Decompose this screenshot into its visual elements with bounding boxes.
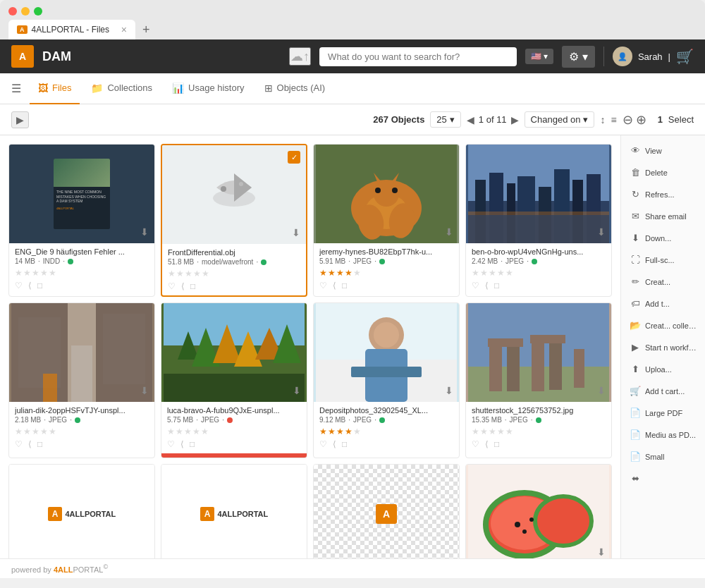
- panel-item-cart[interactable]: 🛒 Add t cart...: [624, 381, 702, 400]
- panel-item-add-tag[interactable]: 🏷 Add t...: [624, 294, 702, 313]
- download-icon[interactable]: ⬇: [445, 385, 453, 396]
- panel-item-small[interactable]: 📄 Small: [624, 447, 702, 466]
- panel-item-create-collection[interactable]: 📂 Creat... collec...: [624, 316, 702, 335]
- file-card[interactable]: ⬇ ★★★★★: [465, 464, 612, 558]
- select-icon[interactable]: □: [494, 439, 499, 449]
- select-icon[interactable]: □: [494, 281, 499, 290]
- minimize-button[interactable]: [21, 7, 30, 16]
- share-icon[interactable]: ⟨: [333, 439, 336, 449]
- download-icon[interactable]: ⬇: [597, 385, 606, 396]
- panel-item-download[interactable]: ⬇ Down...: [624, 228, 702, 247]
- favorite-icon[interactable]: ♡: [167, 439, 175, 449]
- file-card[interactable]: ⬇ shutterstock_1256753752.jpg 15.35 MB ·…: [465, 302, 612, 458]
- file-card[interactable]: ⬇ luca-bravo-A-fubu9QJxE-unspl... 5.75 M…: [161, 302, 307, 458]
- select-icon[interactable]: □: [37, 281, 42, 290]
- file-card[interactable]: A 4ALLPORTAL ★★★★★: [161, 464, 307, 558]
- card-thumbnail: ⬇: [161, 303, 307, 402]
- panel-item-medium-pdf[interactable]: 📄 Mediu as PD...: [624, 425, 702, 444]
- panel-item-large-pdf[interactable]: 📄 Large PDF: [624, 403, 702, 422]
- nav-item-collections[interactable]: 📁 Collections: [82, 73, 161, 104]
- settings-button[interactable]: ⚙ ▾: [562, 46, 594, 68]
- svg-rect-29: [103, 314, 145, 384]
- download-icon[interactable]: ⬇: [445, 226, 453, 238]
- file-card[interactable]: A ★★★★★: [313, 464, 460, 558]
- file-card[interactable]: ⬇ julian-dik-2oppHSFvTJY-unspl... 2.18 M…: [8, 302, 155, 458]
- app: A DAM ☁↑ 🇺🇸 ▾ ⚙ ▾ 👤 Sarah | 🛒 ☰ 🖼 Files …: [0, 39, 705, 578]
- nav-item-objects-ai[interactable]: ⊞ Objects (AI): [256, 73, 334, 104]
- cart-button[interactable]: 🛒: [676, 48, 694, 65]
- file-card[interactable]: ✓ ⬇ FrontDifferential.obj 51.8 MB · mode…: [161, 144, 307, 297]
- share-panel-icon: ✉: [630, 211, 641, 221]
- expand-panel-button[interactable]: ▶: [11, 111, 29, 128]
- share-icon[interactable]: ⟨: [180, 439, 184, 449]
- share-icon[interactable]: ⟨: [485, 281, 489, 290]
- panel-item-upload[interactable]: ⬆ Uploa...: [624, 360, 702, 379]
- panel-item-create[interactable]: ✏ Creat...: [624, 272, 702, 291]
- panel-item-refresh[interactable]: ↻ Refres...: [624, 185, 702, 204]
- prev-page-button[interactable]: ◀: [467, 114, 474, 125]
- select-icon[interactable]: □: [342, 281, 347, 290]
- nav-item-files[interactable]: 🖼 Files: [30, 73, 80, 104]
- list-view-button[interactable]: ≡: [611, 114, 616, 125]
- favorite-icon[interactable]: ♡: [472, 281, 479, 290]
- upload-button[interactable]: ☁↑: [289, 47, 311, 66]
- panel-item-fullscreen[interactable]: ⛶ Full-sc...: [624, 250, 702, 269]
- favorite-icon[interactable]: ♡: [319, 439, 327, 449]
- large-pdf-panel-icon: 📄: [630, 408, 641, 418]
- download-icon[interactable]: ⬇: [597, 546, 606, 558]
- sort-button[interactable]: ↕: [600, 114, 605, 125]
- download-icon[interactable]: ⬇: [597, 226, 606, 238]
- download-icon[interactable]: ⬇: [140, 385, 149, 396]
- tab-close-button[interactable]: ×: [121, 24, 127, 35]
- hamburger-icon[interactable]: ☰: [11, 82, 21, 95]
- favorite-icon[interactable]: ♡: [319, 281, 327, 290]
- file-card[interactable]: ⬇ ben-o-bro-wpU4veNGnHg-uns... 2.42 MB ·…: [465, 144, 612, 297]
- file-card[interactable]: THE NINE MOST COMMON MISTAKES WHEN CHOOS…: [8, 144, 155, 297]
- next-page-button[interactable]: ▶: [511, 114, 519, 125]
- file-card[interactable]: A 4ALLPORTAL ★★★★★: [8, 464, 155, 558]
- favorite-icon[interactable]: ♡: [15, 281, 23, 290]
- file-card[interactable]: ⬇ jeremy-hynes-BU82EbpT7hk-u... 5.91 MB …: [313, 144, 460, 297]
- share-icon[interactable]: ⟨: [28, 281, 32, 290]
- new-tab-button[interactable]: +: [138, 23, 154, 37]
- select-checkbox[interactable]: ✓: [288, 151, 300, 164]
- nav-item-usage-history[interactable]: 📊 Usage history: [164, 73, 252, 104]
- panel-medium-pdf-label: Mediu as PD...: [645, 431, 696, 439]
- select-icon[interactable]: □: [190, 439, 195, 449]
- download-icon[interactable]: ⬇: [140, 226, 149, 238]
- maximize-button[interactable]: [34, 7, 42, 16]
- download-icon[interactable]: ⬇: [292, 227, 300, 238]
- panel-item-collapse[interactable]: ⬌: [624, 469, 702, 488]
- panel-item-share[interactable]: ✉ Share email: [624, 207, 702, 226]
- panel-item-view[interactable]: 👁 View: [624, 141, 702, 160]
- panel-item-workflow[interactable]: ▶ Start n workfl...: [624, 338, 702, 357]
- select-icon[interactable]: □: [342, 439, 347, 449]
- share-icon[interactable]: ⟨: [333, 281, 336, 290]
- share-icon[interactable]: ⟨: [181, 281, 185, 291]
- favorite-icon[interactable]: ♡: [15, 439, 23, 449]
- red-status-bar: [161, 453, 307, 458]
- panel-item-delete[interactable]: 🗑 Delete: [624, 163, 702, 182]
- search-input[interactable]: [319, 47, 517, 66]
- selected-count: 1: [658, 114, 663, 125]
- share-icon[interactable]: ⟨: [485, 439, 489, 449]
- select-icon[interactable]: □: [37, 439, 42, 449]
- favorite-icon[interactable]: ♡: [472, 439, 479, 449]
- svg-rect-39: [164, 374, 305, 402]
- close-button[interactable]: [8, 7, 17, 16]
- app-header: A DAM ☁↑ 🇺🇸 ▾ ⚙ ▾ 👤 Sarah | 🛒: [0, 39, 705, 73]
- filter-button[interactable]: Changed on ▾: [525, 111, 595, 128]
- download-icon[interactable]: ⬇: [293, 385, 301, 396]
- active-tab[interactable]: A 4ALLPORTAL - Files ×: [8, 20, 135, 39]
- share-icon[interactable]: ⟨: [28, 439, 32, 449]
- zoom-in-button[interactable]: ⊕: [636, 112, 646, 128]
- card-name: shutterstock_1256753752.jpg: [472, 406, 606, 415]
- per-page-selector[interactable]: 25 ▾: [430, 111, 460, 128]
- favorite-icon[interactable]: ♡: [168, 281, 176, 291]
- file-grid: THE NINE MOST COMMON MISTAKES WHEN CHOOS…: [8, 144, 612, 558]
- zoom-out-button[interactable]: ⊖: [623, 112, 633, 128]
- card-info: FrontDifferential.obj 51.8 MB · model/wa…: [162, 244, 306, 295]
- select-icon[interactable]: □: [190, 281, 195, 291]
- file-card[interactable]: ⬇ Depositphotos_32902545_XL... 9.12 MB ·…: [313, 302, 460, 458]
- language-selector[interactable]: 🇺🇸 ▾: [525, 49, 553, 64]
